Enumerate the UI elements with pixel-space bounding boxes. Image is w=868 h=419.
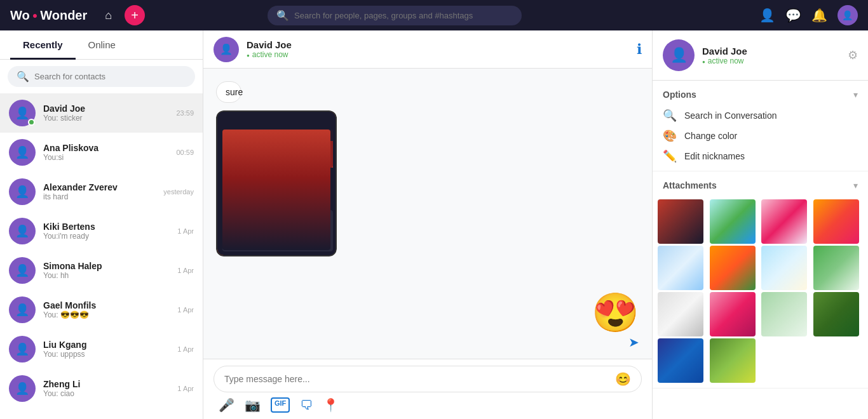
options-section-header[interactable]: Options ▾ — [653, 81, 868, 106]
chevron-down-icon: ▾ — [853, 90, 858, 100]
svg-rect-4 — [222, 130, 333, 168]
search-icon: 🔍 — [276, 10, 289, 22]
avatar[interactable]: 👤 — [837, 5, 858, 25]
contact-preview: You:i'm ready — [43, 232, 170, 241]
search-in-conversation-option[interactable]: 🔍 Search in Conversation — [663, 109, 858, 123]
screenshot-thumbnail[interactable] — [216, 110, 337, 256]
tabs: Recently Online — [0, 30, 203, 60]
gif-button[interactable]: GIF — [271, 397, 290, 413]
option-label: Change color — [684, 131, 737, 141]
logo: Wo●Wonder — [10, 8, 87, 23]
profile-icon[interactable]: 👤 — [759, 8, 775, 23]
attachment-thumb[interactable] — [761, 292, 807, 336]
attachment-thumb[interactable] — [658, 246, 703, 290]
right-panel-avatar: 👤 — [663, 39, 695, 71]
attachments-section: Attachments ▾ — [653, 171, 868, 389]
contact-search[interactable]: 🔍 — [8, 66, 195, 87]
global-search-input[interactable] — [294, 11, 513, 20]
contact-preview: You: ciao — [43, 389, 170, 398]
contact-avatar: 👤 — [9, 336, 36, 362]
contact-item[interactable]: 👤 Simona Halep You: hh 1 Apr — [0, 251, 203, 290]
attachment-thumb[interactable] — [813, 246, 859, 290]
attachment-thumb[interactable] — [710, 246, 756, 290]
option-label: Edit nicknames — [684, 151, 745, 161]
camera-button[interactable]: 📷 — [245, 397, 261, 413]
attachment-thumb[interactable] — [710, 292, 756, 336]
contact-item[interactable]: 👤 Liu Kgang You: upppss 1 Apr — [0, 329, 203, 369]
contact-time: 1 Apr — [177, 306, 194, 314]
contact-name: Ana Pliskova — [43, 143, 168, 153]
sticker-button[interactable]: 🗨 — [300, 397, 313, 413]
options-section: Options ▾ 🔍 Search in Conversation 🎨 Cha… — [653, 81, 868, 171]
message-input[interactable] — [224, 374, 609, 384]
contact-item[interactable]: 👤 David Joe You: sticker 23:59 — [0, 93, 203, 133]
tab-online[interactable]: Online — [76, 30, 128, 60]
settings-gear-icon[interactable]: ⚙ — [848, 48, 858, 62]
contact-item[interactable]: 👤 Zheng Li You: ciao 1 Apr — [0, 369, 203, 408]
left-sidebar: Recently Online 🔍 👤 David Joe You: stick… — [0, 30, 203, 419]
message-received: sure — [216, 81, 252, 103]
chat-header-status: active now — [247, 50, 629, 59]
attachment-thumb[interactable] — [658, 338, 703, 383]
contact-avatar: 👤 — [9, 100, 36, 126]
chevron-down-icon: ▾ — [853, 180, 858, 190]
contact-time: 00:59 — [176, 149, 194, 156]
search-contacts-input[interactable] — [34, 72, 186, 81]
chat-messages: sure — [203, 69, 652, 359]
info-icon[interactable]: ℹ — [637, 41, 642, 58]
contact-name: Simona Halep — [43, 261, 170, 271]
attachment-thumb[interactable] — [710, 338, 756, 383]
message-emoji: 😍 — [592, 294, 639, 332]
attachment-thumb[interactable] — [813, 199, 859, 244]
attachment-thumb[interactable] — [813, 292, 859, 336]
svg-rect-3 — [222, 130, 333, 206]
home-icon[interactable]: ⌂ — [100, 5, 117, 26]
microphone-button[interactable]: 🎤 — [219, 397, 234, 413]
contact-preview: You: sticker — [43, 114, 168, 123]
attachments-grid — [653, 197, 868, 388]
contact-preview: You: upppss — [43, 350, 170, 359]
attachment-thumb[interactable] — [658, 199, 703, 244]
nav-icons: 👤 💬 🔔 👤 — [759, 5, 858, 25]
contact-item[interactable]: 👤 Ana Pliskova You:si 00:59 — [0, 133, 203, 172]
contact-time: 1 Apr — [177, 227, 194, 235]
change-color-option[interactable]: 🎨 Change color — [663, 129, 858, 143]
options-label: Options — [663, 90, 696, 100]
edit-icon: ✏️ — [663, 149, 677, 163]
contact-item[interactable]: 👤 Gael Monfils You: 😎😎😎 1 Apr — [0, 290, 203, 329]
contact-time: 23:59 — [176, 109, 194, 117]
edit-nicknames-option[interactable]: ✏️ Edit nicknames — [663, 149, 858, 163]
attachment-thumb[interactable] — [761, 199, 807, 244]
contact-name: Zheng Li — [43, 379, 170, 389]
contact-avatar: 👤 — [9, 218, 36, 244]
chat-spacer — [216, 264, 639, 286]
attachment-thumb[interactable] — [761, 246, 807, 290]
contact-preview: You:si — [43, 153, 168, 162]
location-button[interactable]: 📍 — [323, 397, 339, 413]
chat-tools: 🎤 📷 GIF 🗨 📍 — [214, 397, 642, 413]
emoji-button[interactable]: 😊 — [615, 371, 631, 387]
contact-time: 1 Apr — [177, 267, 194, 274]
search-contacts-icon: 🔍 — [17, 70, 29, 83]
contact-avatar: 👤 — [9, 178, 36, 205]
main-layout: Recently Online 🔍 👤 David Joe You: stick… — [0, 30, 868, 419]
right-user-name: David Joe — [702, 46, 840, 57]
global-search[interactable]: 🔍 — [268, 6, 522, 25]
messages-icon[interactable]: 💬 — [785, 8, 801, 23]
add-button[interactable]: + — [125, 5, 145, 25]
contact-preview: its hard — [43, 192, 156, 201]
svg-point-9 — [318, 119, 326, 127]
attachment-thumb[interactable] — [658, 292, 703, 336]
message-bubble: sure — [216, 81, 241, 103]
svg-rect-0 — [217, 112, 337, 256]
palette-icon: 🎨 — [663, 129, 677, 143]
message-image — [216, 110, 337, 256]
contact-item[interactable]: 👤 Kiki Bertens You:i'm ready 1 Apr — [0, 211, 203, 251]
attachment-thumb[interactable] — [710, 199, 756, 244]
contact-item[interactable]: 👤 Alexander Zverev its hard yesterday — [0, 172, 203, 211]
tab-recently[interactable]: Recently — [10, 30, 76, 60]
attachments-section-header[interactable]: Attachments ▾ — [653, 171, 868, 197]
notifications-icon[interactable]: 🔔 — [811, 8, 827, 23]
chat-input-area: 😊 🎤 📷 GIF 🗨 📍 — [203, 359, 652, 419]
contact-avatar: 👤 — [9, 296, 36, 323]
